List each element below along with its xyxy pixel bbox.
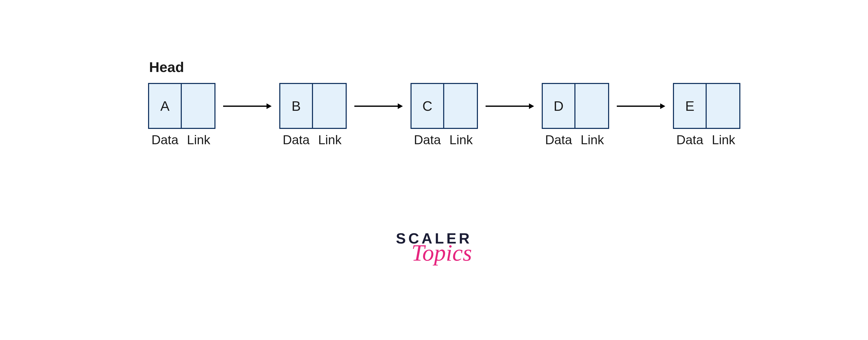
svg-marker-5 xyxy=(529,103,534,109)
data-sublabel: Data xyxy=(410,132,444,147)
node-box: E xyxy=(673,83,740,129)
link-sublabel: Link xyxy=(576,132,609,147)
node-data-cell: A xyxy=(149,84,182,128)
node-box: D xyxy=(542,83,609,129)
link-sublabel: Link xyxy=(313,132,347,147)
list-node: E Data Link xyxy=(673,83,740,147)
svg-marker-7 xyxy=(660,103,665,109)
node-link-cell xyxy=(707,84,739,128)
list-node: B Data Link xyxy=(279,83,347,147)
node-link-cell xyxy=(313,84,346,128)
node-data-cell: C xyxy=(411,84,444,128)
node-box: C xyxy=(410,83,478,129)
list-node: D Data Link xyxy=(542,83,609,147)
arrow-icon xyxy=(617,102,665,110)
linked-list-diagram: Head A Data Link B Data xyxy=(148,59,740,147)
node-link-cell xyxy=(444,84,477,128)
head-label: Head xyxy=(149,59,740,75)
node-labels: Data Link xyxy=(279,132,347,147)
arrow-icon xyxy=(354,102,403,110)
list-node: C Data Link xyxy=(410,83,478,147)
node-box: A xyxy=(148,83,215,129)
node-labels: Data Link xyxy=(410,132,478,147)
linked-list-row: A Data Link B Data Link xyxy=(148,83,740,147)
list-node: A Data Link xyxy=(148,83,215,147)
node-data-cell: E xyxy=(674,84,707,128)
node-box: B xyxy=(279,83,347,129)
arrow-icon xyxy=(223,102,272,110)
data-sublabel: Data xyxy=(148,132,182,147)
data-sublabel: Data xyxy=(279,132,313,147)
link-sublabel: Link xyxy=(707,132,740,147)
arrow-icon xyxy=(486,102,534,110)
svg-marker-1 xyxy=(267,103,272,109)
link-sublabel: Link xyxy=(182,132,215,147)
svg-marker-3 xyxy=(398,103,403,109)
node-data-cell: D xyxy=(543,84,576,128)
node-data-cell: B xyxy=(280,84,313,128)
node-labels: Data Link xyxy=(673,132,740,147)
scaler-topics-logo: SCALER Topics xyxy=(396,230,472,260)
node-labels: Data Link xyxy=(542,132,609,147)
data-sublabel: Data xyxy=(542,132,576,147)
node-link-cell xyxy=(576,84,608,128)
data-sublabel: Data xyxy=(673,132,707,147)
link-sublabel: Link xyxy=(444,132,478,147)
logo-line2: Topics xyxy=(411,246,472,260)
node-labels: Data Link xyxy=(148,132,215,147)
node-link-cell xyxy=(182,84,214,128)
